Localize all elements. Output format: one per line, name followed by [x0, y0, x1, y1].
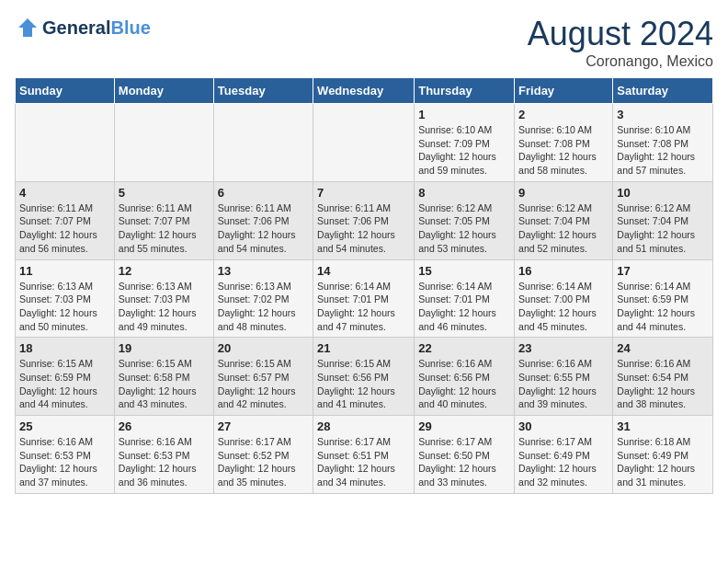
day-number: 7	[317, 186, 410, 200]
day-number: 8	[418, 186, 510, 200]
calendar-cell: 2Sunrise: 6:10 AM Sunset: 7:08 PM Daylig…	[515, 104, 613, 182]
logo-general: General	[42, 17, 110, 38]
day-info: Sunrise: 6:16 AM Sunset: 6:53 PM Dayligh…	[119, 435, 210, 489]
day-number: 10	[617, 186, 709, 200]
calendar-cell: 22Sunrise: 6:16 AM Sunset: 6:56 PM Dayli…	[415, 338, 515, 416]
day-number: 30	[518, 419, 609, 433]
calendar-cell	[313, 104, 415, 182]
day-info: Sunrise: 6:16 AM Sunset: 6:53 PM Dayligh…	[19, 435, 110, 489]
calendar-cell: 5Sunrise: 6:11 AM Sunset: 7:07 PM Daylig…	[114, 181, 213, 259]
day-info: Sunrise: 6:12 AM Sunset: 7:04 PM Dayligh…	[617, 201, 709, 256]
day-number: 2	[518, 108, 609, 121]
calendar-cell	[114, 104, 213, 182]
logo: GeneralBlue	[15, 15, 151, 40]
calendar-cell: 19Sunrise: 6:15 AM Sunset: 6:58 PM Dayli…	[114, 338, 213, 416]
day-info: Sunrise: 6:11 AM Sunset: 7:07 PM Dayligh…	[19, 201, 110, 256]
calendar-cell: 31Sunrise: 6:18 AM Sunset: 6:49 PM Dayli…	[613, 416, 713, 494]
day-info: Sunrise: 6:14 AM Sunset: 7:01 PM Dayligh…	[418, 280, 510, 334]
day-info: Sunrise: 6:18 AM Sunset: 6:49 PM Dayligh…	[617, 435, 709, 489]
calendar-cell: 26Sunrise: 6:16 AM Sunset: 6:53 PM Dayli…	[114, 416, 213, 494]
day-number: 1	[418, 108, 510, 121]
day-number: 22	[418, 341, 510, 355]
day-number: 6	[218, 186, 309, 200]
calendar-cell: 27Sunrise: 6:17 AM Sunset: 6:52 PM Dayli…	[213, 416, 313, 494]
calendar-cell: 12Sunrise: 6:13 AM Sunset: 7:03 PM Dayli…	[114, 259, 213, 338]
calendar-cell: 13Sunrise: 6:13 AM Sunset: 7:02 PM Dayli…	[213, 259, 313, 338]
day-info: Sunrise: 6:15 AM Sunset: 6:57 PM Dayligh…	[218, 357, 309, 411]
calendar-cell: 28Sunrise: 6:17 AM Sunset: 6:51 PM Dayli…	[313, 416, 415, 494]
calendar-cell: 20Sunrise: 6:15 AM Sunset: 6:57 PM Dayli…	[213, 338, 313, 416]
weekday-header-wednesday: Wednesday	[313, 78, 415, 104]
calendar-cell: 17Sunrise: 6:14 AM Sunset: 6:59 PM Dayli…	[613, 259, 713, 338]
svg-marker-1	[18, 18, 37, 37]
day-number: 27	[218, 419, 309, 433]
weekday-header-thursday: Thursday	[415, 78, 515, 104]
day-info: Sunrise: 6:13 AM Sunset: 7:02 PM Dayligh…	[218, 280, 309, 334]
calendar-cell: 9Sunrise: 6:12 AM Sunset: 7:04 PM Daylig…	[515, 181, 613, 259]
day-number: 19	[119, 341, 210, 355]
day-info: Sunrise: 6:10 AM Sunset: 7:09 PM Dayligh…	[418, 123, 510, 178]
day-number: 15	[418, 264, 510, 278]
calendar-cell: 11Sunrise: 6:13 AM Sunset: 7:03 PM Dayli…	[16, 259, 115, 338]
day-number: 4	[19, 186, 110, 200]
day-number: 25	[19, 419, 110, 433]
logo-icon	[15, 15, 40, 40]
day-number: 29	[418, 419, 510, 433]
day-number: 9	[518, 186, 609, 200]
title-block: August 2024 Coronango, Mexico	[528, 15, 713, 70]
day-info: Sunrise: 6:14 AM Sunset: 6:59 PM Dayligh…	[617, 280, 709, 334]
calendar-cell: 24Sunrise: 6:16 AM Sunset: 6:54 PM Dayli…	[613, 338, 713, 416]
day-info: Sunrise: 6:16 AM Sunset: 6:54 PM Dayligh…	[617, 357, 709, 411]
calendar-cell: 29Sunrise: 6:17 AM Sunset: 6:50 PM Dayli…	[415, 416, 515, 494]
day-number: 28	[317, 419, 410, 433]
weekday-header-friday: Friday	[515, 78, 613, 104]
calendar-cell: 16Sunrise: 6:14 AM Sunset: 7:00 PM Dayli…	[515, 259, 613, 338]
day-info: Sunrise: 6:10 AM Sunset: 7:08 PM Dayligh…	[518, 123, 609, 178]
calendar-cell: 1Sunrise: 6:10 AM Sunset: 7:09 PM Daylig…	[415, 104, 515, 182]
calendar-cell: 3Sunrise: 6:10 AM Sunset: 7:08 PM Daylig…	[613, 104, 713, 182]
calendar-week-row: 4Sunrise: 6:11 AM Sunset: 7:07 PM Daylig…	[16, 181, 713, 259]
day-info: Sunrise: 6:17 AM Sunset: 6:52 PM Dayligh…	[218, 435, 309, 489]
calendar-cell: 8Sunrise: 6:12 AM Sunset: 7:05 PM Daylig…	[415, 181, 515, 259]
calendar-table: SundayMondayTuesdayWednesdayThursdayFrid…	[15, 77, 713, 494]
day-info: Sunrise: 6:17 AM Sunset: 6:51 PM Dayligh…	[317, 435, 410, 489]
day-info: Sunrise: 6:12 AM Sunset: 7:04 PM Dayligh…	[518, 201, 609, 256]
day-info: Sunrise: 6:15 AM Sunset: 6:58 PM Dayligh…	[119, 357, 210, 411]
calendar-cell: 25Sunrise: 6:16 AM Sunset: 6:53 PM Dayli…	[16, 416, 115, 494]
location-subtitle: Coronango, Mexico	[528, 53, 713, 70]
day-number: 12	[119, 264, 210, 278]
day-info: Sunrise: 6:12 AM Sunset: 7:05 PM Dayligh…	[418, 201, 510, 256]
calendar-cell: 18Sunrise: 6:15 AM Sunset: 6:59 PM Dayli…	[16, 338, 115, 416]
calendar-cell: 10Sunrise: 6:12 AM Sunset: 7:04 PM Dayli…	[613, 181, 713, 259]
day-number: 21	[317, 341, 410, 355]
logo-blue: Blue	[110, 17, 150, 38]
day-number: 24	[617, 341, 709, 355]
calendar-cell: 4Sunrise: 6:11 AM Sunset: 7:07 PM Daylig…	[16, 181, 115, 259]
page-header: GeneralBlue August 2024 Coronango, Mexic…	[15, 15, 713, 70]
calendar-cell	[213, 104, 313, 182]
day-info: Sunrise: 6:10 AM Sunset: 7:08 PM Dayligh…	[617, 123, 709, 178]
day-info: Sunrise: 6:13 AM Sunset: 7:03 PM Dayligh…	[19, 280, 110, 334]
calendar-body: 1Sunrise: 6:10 AM Sunset: 7:09 PM Daylig…	[16, 104, 713, 494]
day-number: 17	[617, 264, 709, 278]
calendar-cell: 14Sunrise: 6:14 AM Sunset: 7:01 PM Dayli…	[313, 259, 415, 338]
weekday-header-row: SundayMondayTuesdayWednesdayThursdayFrid…	[16, 78, 713, 104]
day-number: 31	[617, 419, 709, 433]
day-info: Sunrise: 6:11 AM Sunset: 7:06 PM Dayligh…	[317, 201, 410, 256]
day-info: Sunrise: 6:13 AM Sunset: 7:03 PM Dayligh…	[119, 280, 210, 334]
day-number: 23	[518, 341, 609, 355]
day-number: 20	[218, 341, 309, 355]
day-number: 11	[19, 264, 110, 278]
day-number: 3	[617, 108, 709, 121]
month-year-title: August 2024	[528, 15, 713, 53]
calendar-cell: 23Sunrise: 6:16 AM Sunset: 6:55 PM Dayli…	[515, 338, 613, 416]
day-info: Sunrise: 6:14 AM Sunset: 7:00 PM Dayligh…	[518, 280, 609, 334]
calendar-cell: 6Sunrise: 6:11 AM Sunset: 7:06 PM Daylig…	[213, 181, 313, 259]
weekday-header-monday: Monday	[114, 78, 213, 104]
day-number: 18	[19, 341, 110, 355]
calendar-cell: 7Sunrise: 6:11 AM Sunset: 7:06 PM Daylig…	[313, 181, 415, 259]
day-number: 16	[518, 264, 609, 278]
day-number: 13	[218, 264, 309, 278]
day-info: Sunrise: 6:16 AM Sunset: 6:55 PM Dayligh…	[518, 357, 609, 411]
calendar-header: SundayMondayTuesdayWednesdayThursdayFrid…	[16, 78, 713, 104]
